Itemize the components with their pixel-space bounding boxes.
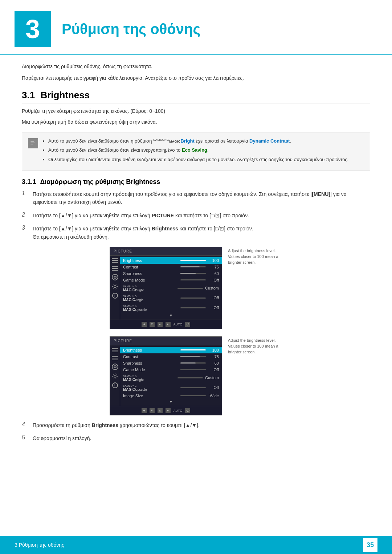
mon-row-magicbright-2: SAMSUNGMAGICBright Custom bbox=[120, 373, 222, 383]
mon-row-magicangle-1: SAMSUNGMAGICAngle Off bbox=[120, 293, 222, 303]
mon-btn-up-1: ▲ bbox=[158, 322, 163, 327]
chapter-header: 3 Ρύθμιση της οθόνης bbox=[0, 0, 392, 55]
mon-content-1: Brightness 100 Contrast 75 Sharpness bbox=[120, 256, 222, 320]
sidebar-icon-info-2: i bbox=[112, 382, 118, 388]
chapter-desc1: Διαμορφώστε τις ρυθμίσεις οθόνης, όπως τ… bbox=[22, 62, 370, 70]
monitor-body-2: PICTURE bbox=[110, 336, 222, 415]
sidebar-icon-gear bbox=[112, 283, 118, 290]
mon-row-brightness-2: Brightness 100 bbox=[120, 347, 222, 353]
screen-note-2: Adjust the brightness level. Values clos… bbox=[228, 336, 282, 355]
mon-sidebar-2: i bbox=[110, 345, 120, 406]
monitor-body-1: PICTURE bbox=[110, 247, 222, 329]
note-item-3: Οι λειτουργίες που διατίθενται στην οθόν… bbox=[48, 156, 364, 164]
note-item-2: Αυτό το μενού δεν είναι διαθέσιμο όταν ε… bbox=[48, 147, 364, 154]
sidebar-icon-crosshair-2 bbox=[112, 364, 118, 370]
svg-point-1 bbox=[114, 286, 116, 288]
mon-row-gamemode-2: Game Mode Off bbox=[120, 366, 222, 373]
page-footer: 3 Ρύθμιση της οθόνης 35 bbox=[0, 536, 392, 554]
mon-row-imagesize-2: Image Size Wide bbox=[120, 393, 222, 399]
mon-content-2: Brightness 100 Contrast 75 Sharpness bbox=[120, 345, 222, 406]
mon-row-gamemode-1: Game Mode Off bbox=[120, 277, 222, 283]
mon-btn-left-1: ◄ bbox=[142, 322, 147, 327]
mon-btn-down-2: ▼ bbox=[150, 408, 155, 413]
monitor-1: PICTURE bbox=[110, 247, 282, 329]
mon-footer-1: ◄ ▼ ▲ ► AUTO ⏻ bbox=[110, 320, 222, 329]
mon-auto-label-1: AUTO bbox=[173, 323, 183, 326]
mon-row-brightness-1: Brightness 100 bbox=[120, 257, 222, 264]
chapter-title: Ρύθμιση της οθόνης bbox=[62, 21, 200, 37]
note-box: Αυτό το μενού δεν είναι διαθέσιμο όταν η… bbox=[22, 132, 370, 171]
mon-row-sharpness-2: Sharpness 60 bbox=[120, 360, 222, 366]
section-31-desc1: Ρυθμίζει τη γενικότερη φωτεινότητα της ε… bbox=[22, 107, 370, 115]
step-5-text: Θα εφαρμοστεί η επιλογή. bbox=[33, 434, 370, 442]
scroll-indicator-1: ▼ bbox=[120, 313, 222, 318]
mon-footer-2: ◄ ▼ ▲ ► AUTO ⏻ bbox=[110, 406, 222, 415]
mon-row-sharpness-1: Sharpness 60 bbox=[120, 270, 222, 277]
sidebar-icon-crosshair bbox=[112, 274, 118, 280]
step-1-text: Πατήστε οποιοδήποτε κουμπί στην πρόσοψη … bbox=[33, 190, 370, 206]
chapter-desc2: Παρέχεται λεπτομερής περιγραφή για κάθε … bbox=[22, 74, 370, 82]
monitor-header-1: PICTURE bbox=[110, 247, 222, 256]
note-icon bbox=[28, 138, 38, 148]
mon-btn-power-1: ⏻ bbox=[185, 322, 190, 327]
step-1: 1 Πατήστε οποιοδήποτε κουμπί στην πρόσοψ… bbox=[22, 190, 370, 206]
mon-row-contrast-1: Contrast 75 bbox=[120, 264, 222, 270]
step-2-text: Πατήστε το [▲/▼] για να μετακινηθείτε στ… bbox=[33, 212, 370, 219]
svg-rect-0 bbox=[29, 139, 37, 147]
step-2: 2 Πατήστε το [▲/▼] για να μετακινηθείτε … bbox=[22, 212, 370, 219]
screens-wrapper: PICTURE bbox=[22, 247, 370, 415]
mon-row-magicupscale-2: SAMSUNGMAGICUpscale Off bbox=[120, 383, 222, 393]
footer-text: 3 Ρύθμιση της οθόνης bbox=[15, 542, 64, 548]
steps-list: 1 Πατήστε οποιοδήποτε κουμπί στην πρόσοψ… bbox=[22, 190, 370, 241]
sidebar-icon-info: i bbox=[112, 293, 118, 299]
mon-btn-up-2: ▲ bbox=[158, 408, 163, 413]
sidebar-icon-1 bbox=[112, 258, 118, 263]
monitor-2: PICTURE bbox=[110, 336, 282, 415]
scroll-indicator-2: ▼ bbox=[120, 399, 222, 405]
sidebar-icon-2b bbox=[112, 356, 118, 361]
mon-btn-power-2: ⏻ bbox=[185, 408, 190, 413]
screen-note-1: Adjust the brightness level. Values clos… bbox=[228, 247, 282, 266]
step-3-text: Πατήστε το [▲/▼] για να μετακινηθείτε στ… bbox=[33, 225, 370, 241]
mon-row-magicbright-1: SAMSUNGMAGICBright Custom bbox=[120, 283, 222, 293]
svg-point-2 bbox=[114, 375, 116, 377]
note-item-1: Αυτό το μενού δεν είναι διαθέσιμο όταν η… bbox=[48, 138, 364, 145]
mon-row-magicupscale-1: SAMSUNGMAGICUpscale Off bbox=[120, 303, 222, 313]
section-311-title: 3.1.1 Διαμόρφωση της ρύθμισης Brightness bbox=[22, 178, 370, 186]
sidebar-icon-2 bbox=[112, 266, 118, 271]
section-31-title: 3.1 Brightness bbox=[22, 90, 370, 103]
monitor-header-2: PICTURE bbox=[110, 337, 222, 345]
step-3: 3 Πατήστε το [▲/▼] για να μετακινηθείτε … bbox=[22, 225, 370, 241]
chapter-number: 3 bbox=[15, 11, 51, 47]
sidebar-icon-gear-2 bbox=[112, 373, 118, 379]
sidebar-icon-2a bbox=[112, 348, 118, 353]
mon-row-contrast-2: Contrast 75 bbox=[120, 353, 222, 360]
mon-btn-right-1: ► bbox=[166, 322, 171, 327]
content-area: Διαμορφώστε τις ρυθμίσεις οθόνης, όπως τ… bbox=[0, 59, 392, 477]
mon-btn-down-1: ▼ bbox=[150, 322, 155, 327]
steps-list-2: 4 Προσαρμόστε τη ρύθμιση Brightness χρησ… bbox=[22, 421, 370, 443]
mon-auto-label-2: AUTO bbox=[173, 409, 183, 413]
footer-page-number: 35 bbox=[363, 538, 377, 552]
step-4: 4 Προσαρμόστε τη ρύθμιση Brightness χρησ… bbox=[22, 421, 370, 429]
step-5: 5 Θα εφαρμοστεί η επιλογή. bbox=[22, 434, 370, 442]
mon-btn-right-2: ► bbox=[166, 408, 171, 413]
note-content: Αυτό το μενού δεν είναι διαθέσιμο όταν η… bbox=[42, 138, 364, 165]
mon-btn-left-2: ◄ bbox=[142, 408, 147, 413]
mon-sidebar-1: i bbox=[110, 256, 120, 320]
section-31-desc2: Μια υψηλότερη τιμή θα δώσει φωτεινότερη … bbox=[22, 118, 370, 126]
step-4-text: Προσαρμόστε τη ρύθμιση Brightness χρησιμ… bbox=[33, 421, 370, 429]
